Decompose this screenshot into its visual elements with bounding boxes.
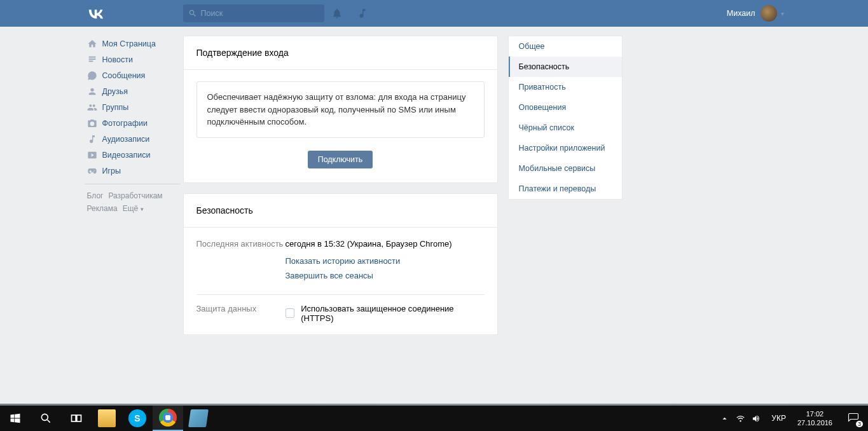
search-button[interactable] [31,406,61,431]
nav-label: Игры [102,167,121,175]
left-nav: Моя Страница Новости Сообщения Друзья Гр… [85,36,183,345]
https-checkbox[interactable] [286,308,295,318]
footer-blog[interactable]: Блог [87,191,104,200]
svg-rect-1 [72,415,76,421]
nav-games[interactable]: Игры [85,163,183,179]
tab-general[interactable]: Общее [509,36,622,57]
nav-label: Аудиозаписи [102,135,150,144]
nav-my-page[interactable]: Моя Страница [85,36,183,51]
music-icon[interactable] [350,0,375,27]
nav-audio[interactable]: Аудиозаписи [85,131,183,147]
video-icon [87,150,97,160]
taskbar-chrome[interactable] [153,406,183,431]
setting-label: Защита данных [196,304,286,323]
task-view-button[interactable] [61,406,92,431]
avatar [761,5,777,22]
chevron-up-icon [720,414,729,423]
windows-taskbar: S УКР 17:02 27.10.2016 3 [0,406,868,431]
nav-label: Новости [102,55,133,64]
chevron-down-icon: ▾ [781,10,784,17]
nav-messages[interactable]: Сообщения [85,67,183,83]
nav-video[interactable]: Видеозаписи [85,147,183,163]
audio-icon [87,134,97,144]
app-icon [188,409,209,427]
camera-icon [87,118,97,128]
groups-icon [87,102,97,113]
last-activity-value: сегодня в 15:32 (Украина, Браузер Chrome… [286,239,452,249]
username: Михаил [727,9,755,18]
action-center[interactable]: 3 [839,406,868,431]
taskbar-skype[interactable]: S [122,406,153,431]
settings-tabs: Общее Безопасность Приватность Оповещени… [508,36,623,200]
login-confirmation-panel: Подтверждение входа Обеспечивает надёжну… [183,36,498,183]
tab-payments[interactable]: Платежи и переводы [509,179,622,199]
games-icon [87,166,97,176]
security-panel: Безопасность Последняя активность сегодн… [183,193,498,335]
nav-label: Сообщения [102,71,146,80]
clock-date: 27.10.2016 [797,418,832,427]
vk-logo[interactable] [85,8,183,19]
footer-links: БлогРазработчикам РекламаЕщё ▾ [85,189,183,216]
search-input[interactable] [201,9,315,18]
vk-header: Михаил ▾ [0,0,868,27]
nav-label: Моя Страница [102,39,156,48]
chrome-icon [159,409,177,427]
search-box[interactable] [183,4,324,22]
clock-time: 17:02 [797,409,832,418]
explorer-icon [98,409,116,427]
system-tray[interactable] [715,414,766,423]
info-box: Обеспечивает надёжную защиту от взлома: … [196,81,485,138]
task-view-icon [70,412,83,425]
windows-icon [9,412,22,425]
last-activity-row: Последняя активность сегодня в 15:32 (Ук… [196,230,485,295]
connect-button[interactable]: Подключить [308,151,373,168]
tab-notifications[interactable]: Оповещения [509,97,622,118]
show-history-link[interactable]: Показать историю активности [286,256,452,266]
taskbar-explorer[interactable] [92,406,122,431]
nav-groups[interactable]: Группы [85,99,183,115]
nav-friends[interactable]: Друзья [85,83,183,99]
chevron-down-icon: ▾ [141,206,144,212]
footer-ads[interactable]: Реклама [87,204,118,213]
panel-title: Безопасность [184,194,497,228]
notifications-icon[interactable] [324,0,350,27]
nav-label: Группы [102,103,129,112]
nav-label: Фотографии [102,119,148,128]
news-icon [87,55,97,65]
separator [85,184,181,184]
tab-security[interactable]: Безопасность [509,57,622,77]
setting-label: Последняя активность [196,239,286,285]
tab-app-settings[interactable]: Настройки приложений [509,138,622,158]
tab-privacy[interactable]: Приватность [509,77,622,97]
friends-icon [87,86,97,97]
skype-icon: S [128,409,146,427]
search-icon [39,412,52,425]
search-icon [188,9,197,18]
wifi-icon [736,414,745,423]
message-icon [87,71,97,81]
user-menu[interactable]: Михаил ▾ [727,5,784,22]
svg-point-0 [41,414,48,420]
footer-dev[interactable]: Разработчикам [108,191,162,200]
nav-label: Видеозаписи [102,151,151,160]
panel-title: Подтверждение входа [184,36,497,70]
tab-blocklist[interactable]: Чёрный список [509,118,622,138]
nav-news[interactable]: Новости [85,51,183,67]
tab-mobile[interactable]: Мобильные сервисы [509,158,622,179]
home-icon [87,39,97,49]
footer-more[interactable]: Ещё ▾ [123,204,144,213]
nav-photos[interactable]: Фотографии [85,115,183,131]
volume-icon [752,414,761,423]
end-sessions-link[interactable]: Завершить все сеансы [286,271,452,280]
svg-rect-2 [77,415,81,421]
language-indicator[interactable]: УКР [766,414,791,423]
taskbar-clock[interactable]: 17:02 27.10.2016 [791,409,839,427]
start-button[interactable] [0,406,31,431]
notification-badge: 3 [856,421,863,427]
nav-label: Друзья [102,87,128,96]
checkbox-label: Использовать защищенное соединение (HTTP… [301,304,484,323]
data-protection-row: Защита данных Использовать защищенное со… [196,295,485,332]
taskbar-app[interactable] [183,406,214,431]
